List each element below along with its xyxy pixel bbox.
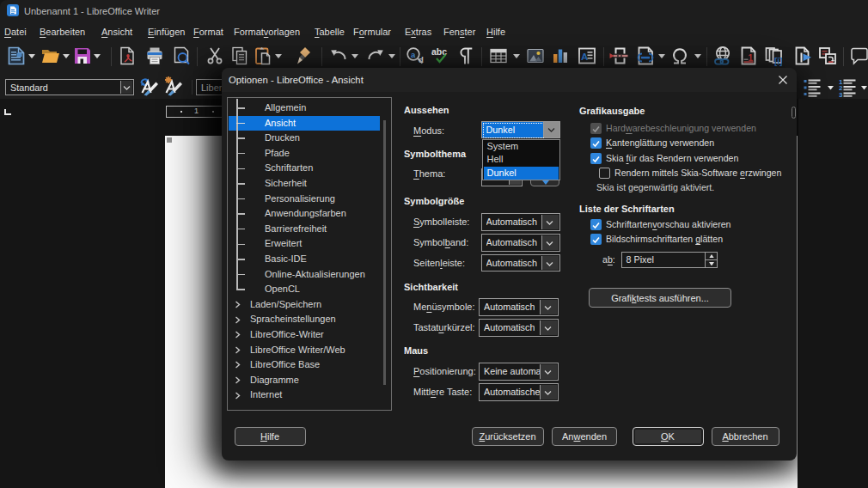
svg-text:3: 3 [839, 91, 843, 98]
svg-text:A: A [581, 52, 588, 62]
svg-text:d: d [419, 55, 424, 64]
svg-text:[i]: [i] [774, 57, 782, 66]
svg-text:a: a [411, 50, 416, 59]
svg-text:1: 1 [749, 53, 754, 63]
